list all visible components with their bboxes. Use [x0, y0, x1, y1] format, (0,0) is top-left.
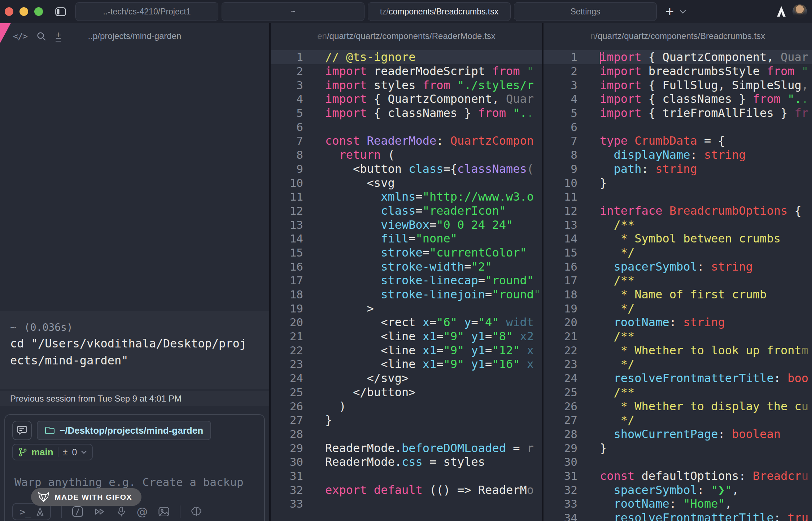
line-number: 15 [543, 246, 577, 259]
code-line: 7type CrumbData = { [543, 134, 812, 148]
cwd-path: ~/Desktop/projects/mind-garden [60, 425, 203, 436]
code-line: 20 <rect x="6" y="4" widt [271, 315, 542, 329]
tab[interactable]: Settings [514, 2, 657, 21]
main-split: </> ± ..p/projects/mind-garden ~ (0.036s… [0, 23, 812, 521]
line-number: 6 [271, 121, 303, 133]
git-branch-chip[interactable]: main ± 0 [12, 444, 93, 460]
line-number: 30 [271, 455, 303, 468]
code-line: 13 viewBox="0 0 24 24" [271, 218, 542, 232]
line-number: 3 [271, 79, 303, 92]
chevron-down-icon [81, 451, 87, 454]
mention-icon[interactable]: @ [137, 505, 148, 518]
line-number: 33 [543, 497, 577, 510]
close-button[interactable] [5, 7, 13, 16]
minimize-button[interactable] [19, 7, 28, 16]
code-line: 26 ) [271, 399, 542, 413]
line-number: 25 [271, 386, 303, 399]
code-blocks-icon[interactable]: </> [13, 31, 27, 41]
code-line: 15 stroke="currentColor" [271, 246, 542, 260]
avatar[interactable] [793, 4, 807, 19]
code-line: 2import readerModeScript from " [271, 64, 542, 78]
line-number: 30 [543, 455, 577, 468]
code-line: 3import { FullSlug, SimpleSlug, [543, 78, 812, 92]
code-line: 4import { classNames } from ".. [543, 92, 812, 106]
diff-symbol: ± [63, 447, 68, 457]
code-line: 12interface BreadcrumbOptions { [543, 204, 812, 218]
slash-commands-icon[interactable] [72, 506, 83, 517]
tab[interactable]: ~ [222, 2, 364, 21]
code-line: 32 spacerSymbol: "❯", [543, 483, 812, 497]
line-number: 22 [271, 344, 303, 357]
titlebar: ..-tech/cs-4210/Project1~tz/components/B… [0, 0, 812, 23]
line-number: 18 [271, 288, 303, 301]
diff-changes-icon[interactable]: ± [56, 31, 61, 41]
command-text-line: ects/mind-garden" [10, 352, 269, 369]
code-line: 31const defaultOptions: Breadcru [543, 469, 812, 483]
code-line: 31 [271, 469, 542, 483]
code-line: 9 path: string [543, 162, 812, 176]
code-line: 11 xmlns="http://www.w3.o [271, 190, 542, 204]
line-number: 10 [271, 176, 303, 189]
line-number: 33 [271, 497, 303, 510]
code-area[interactable]: 1import { QuartzComponent, Quar2import b… [543, 50, 812, 521]
line-number: 29 [271, 442, 303, 455]
editor-pane-breadcrumbs: n/quartz/quartz/components/Breadcrumbs.t… [543, 23, 812, 521]
code-line: 10 <svg [271, 176, 542, 190]
line-number: 20 [271, 316, 303, 329]
microphone-icon[interactable] [116, 506, 127, 517]
gifox-badge: MADE WITH GIFOX [31, 488, 141, 506]
line-number: 27 [271, 413, 303, 426]
code-line: 9 <button class={classNames( [271, 162, 542, 176]
code-line: 25 </button> [271, 385, 542, 399]
feedback-bubble-icon[interactable] [12, 421, 32, 440]
code-area[interactable]: 1// @ts-ignore2import readerModeScript f… [271, 50, 542, 511]
warp-logo-icon [777, 6, 786, 17]
line-number: 15 [271, 246, 303, 259]
code-line: 6 [271, 120, 542, 134]
line-number: 27 [543, 413, 577, 426]
tab[interactable]: ..-tech/cs-4210/Project1 [75, 2, 218, 21]
line-number: 25 [543, 386, 577, 399]
code-line: 28 [271, 427, 542, 441]
code-line: 33 [271, 497, 542, 511]
code-line: 19 > [271, 301, 542, 315]
ai-brain-icon[interactable] [191, 506, 202, 517]
code-line: 12 class="readerIcon" [271, 204, 542, 218]
line-number: 28 [543, 428, 577, 441]
code-line: 28 showCurrentPage: boolean [543, 427, 812, 441]
line-number: 12 [543, 204, 577, 217]
line-number: 17 [271, 274, 303, 287]
code-line: 1import { QuartzComponent, Quar [543, 50, 812, 64]
sidebar-toggle-icon[interactable] [55, 7, 66, 16]
attach-image-icon[interactable] [158, 506, 170, 517]
tab-list-chevron-down-icon[interactable] [680, 10, 686, 14]
line-number: 19 [271, 302, 303, 315]
line-number: 28 [271, 428, 303, 441]
editor-pane-readermode: en/quartz/quartz/components/ReaderMode.t… [271, 23, 542, 521]
line-number: 6 [543, 121, 577, 133]
line-number: 26 [271, 400, 303, 413]
cwd-chip[interactable]: ~/Desktop/projects/mind-garden [37, 421, 211, 440]
search-icon[interactable] [36, 31, 46, 41]
new-tab-button[interactable]: + [665, 4, 674, 19]
line-number: 21 [271, 330, 303, 343]
code-line: 30ReaderMode.css = styles [271, 455, 542, 469]
line-number: 32 [271, 483, 303, 496]
diff-count: 0 [72, 447, 77, 457]
line-number: 1 [271, 51, 303, 64]
line-number: 24 [543, 372, 577, 385]
pane-focus-indicator [0, 23, 11, 43]
tab[interactable]: tz/components/Breadcrumbs.tsx [368, 2, 511, 21]
fast-forward-icon[interactable] [93, 506, 106, 517]
zoom-button[interactable] [34, 7, 43, 16]
line-number: 3 [543, 79, 577, 92]
code-line: 8 displayName: string [543, 148, 812, 162]
terminal-prompt-icon: >_ [19, 506, 31, 517]
terminal-pane: </> ± ..p/projects/mind-garden ~ (0.036s… [0, 23, 269, 521]
code-line: 29} [543, 441, 812, 455]
line-number: 9 [271, 162, 303, 175]
input-placeholder[interactable]: Warp anything e.g. Create a backup [14, 476, 244, 489]
code-line: 27} [271, 413, 542, 427]
line-number: 13 [271, 218, 303, 231]
code-line: 4import { QuartzComponent, Quar [271, 92, 542, 106]
